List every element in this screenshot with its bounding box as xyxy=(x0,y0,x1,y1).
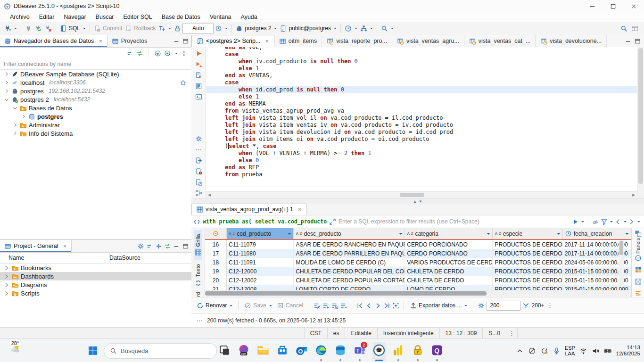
next-row-icon[interactable] xyxy=(374,302,381,309)
column-menu-icon[interactable] xyxy=(625,233,629,237)
code-line[interactable]: end as REP xyxy=(206,164,637,171)
expander-icon[interactable] xyxy=(12,131,18,136)
link-with-editor-icon[interactable] xyxy=(164,243,171,250)
close-file-icon[interactable] xyxy=(195,179,202,186)
code-line[interactable]: left join vista_item_ventas iv on va.cod… xyxy=(206,122,637,129)
filter-connections-icon[interactable] xyxy=(164,50,171,57)
grid-row[interactable]: 16 C11-11079ASAR DE CERDO RANCHERO EN PA… xyxy=(205,240,631,249)
column-menu-icon[interactable] xyxy=(399,233,403,237)
editor-vertical-scrollbar[interactable] xyxy=(637,47,644,198)
taskbar-keepass[interactable] xyxy=(411,342,424,362)
column-menu-icon[interactable] xyxy=(487,233,490,237)
sql-console-icon[interactable] xyxy=(195,93,202,100)
commit-button[interactable]: Commit xyxy=(92,24,124,33)
collapse-down-icon[interactable]: ▼ xyxy=(419,199,422,204)
editor-tab-vista-ventas-cat[interactable]: vista_ventas_cat_... xyxy=(464,35,536,47)
disconnect-all-button[interactable] xyxy=(43,24,53,33)
fetch-settings-icon[interactable] xyxy=(478,302,485,309)
dropdown-caret[interactable] xyxy=(334,28,337,31)
show-connected-icon[interactable] xyxy=(154,50,161,57)
code-line[interactable]: end as MERMA xyxy=(206,100,637,107)
grid-cell[interactable]: C12-12000 xyxy=(227,267,294,276)
scrollbar-thumb[interactable] xyxy=(619,241,623,255)
column-header-fecha-creacion[interactable]: fecha_creacion xyxy=(563,228,631,239)
start-button[interactable] xyxy=(87,345,99,357)
taskbar-file-explorer[interactable] xyxy=(256,342,270,362)
tree-item-postgres-2[interactable]: postgres 2 localhost:5432 xyxy=(0,95,191,104)
edit-cell-icon[interactable] xyxy=(314,302,321,309)
expander-icon[interactable] xyxy=(12,105,18,111)
close-icon[interactable]: ✕ xyxy=(298,207,302,212)
expander-icon[interactable] xyxy=(3,273,10,280)
project-item-diagrams[interactable]: Diagrams xyxy=(0,280,191,289)
code-line[interactable]: when iv.cod_producto is null then 0 xyxy=(206,58,637,65)
code-line[interactable]: when id.cod_prod is null then 0 xyxy=(206,86,637,93)
dropdown-caret[interactable] xyxy=(14,28,17,31)
apply-filter-icon[interactable] xyxy=(572,218,579,225)
network-button[interactable] xyxy=(359,24,374,33)
dashboard-button[interactable] xyxy=(343,24,359,33)
value-viewer-icon[interactable] xyxy=(635,255,642,262)
grid-cell[interactable]: LOMITO CORTO DE CERDO xyxy=(294,285,405,290)
grid-cell[interactable]: VARIOS PRODUCTOS DE CERDO xyxy=(405,258,493,267)
view-menu-icon[interactable] xyxy=(181,50,188,57)
volume-icon[interactable] xyxy=(592,347,600,355)
tab-grilla[interactable]: Grilla xyxy=(194,230,202,260)
column-header-cod-producto[interactable]: A-Zcod_producto xyxy=(227,228,294,239)
execute-new-tab-icon[interactable] xyxy=(195,61,202,68)
editor-tab-vista-reporte-pro[interactable]: vista_reporte_pro... xyxy=(322,35,392,47)
taskbar-edge[interactable] xyxy=(314,342,328,362)
transaction-lock-button[interactable] xyxy=(173,24,182,33)
row-number[interactable]: 21 xyxy=(205,285,227,290)
scrollbar-thumb[interactable] xyxy=(205,291,487,296)
row-number[interactable]: 17 xyxy=(205,249,227,258)
menu-editor-sql[interactable]: Editor SQL xyxy=(119,13,157,21)
tree-item-postgres[interactable]: postgres xyxy=(0,112,191,121)
tree-item-bases-de-datos[interactable]: Bases de Datos xyxy=(0,104,191,112)
taskbar-task-view[interactable] xyxy=(218,342,231,362)
grid-horizontal-scrollbar[interactable] xyxy=(205,290,631,297)
taskbar-microsoft-store[interactable] xyxy=(276,342,289,362)
filter-settings-icon[interactable] xyxy=(601,218,608,225)
scrollbar-thumb[interactable] xyxy=(638,48,643,184)
dropdown-caret[interactable] xyxy=(370,28,373,31)
maximize-panel-icon[interactable] xyxy=(182,243,189,250)
export-button[interactable]: Exportar datos ... xyxy=(408,301,469,310)
row-number[interactable]: 18 xyxy=(205,258,227,267)
previous-row-icon[interactable] xyxy=(365,302,372,309)
taskbar-power-bi[interactable] xyxy=(392,342,405,362)
dropdown-caret[interactable] xyxy=(83,28,86,31)
grid-cell[interactable]: PRODUCTOS DE CERDO xyxy=(493,249,562,258)
taskbar-q-app[interactable]: Q xyxy=(430,342,444,362)
row-number[interactable]: 20 xyxy=(205,276,227,285)
new-connection-button[interactable] xyxy=(3,24,18,33)
quick-search-icon[interactable] xyxy=(620,25,627,32)
code-line[interactable]: case xyxy=(206,79,637,86)
grid-row[interactable]: 17 C11-11080ASAR DE CERDO PARRILLERO EN … xyxy=(205,249,631,258)
grid-cell[interactable]: CHULETA DE CERDO POPULAR CORTADA xyxy=(294,276,405,285)
menu-archivo[interactable]: Archivo xyxy=(6,13,34,21)
duplicate-row-icon[interactable] xyxy=(331,302,339,309)
close-button[interactable] xyxy=(623,0,644,12)
code-line[interactable]: from prueba xyxy=(206,171,637,178)
grid-cell[interactable]: PRODUCTOS DE CERDO xyxy=(493,276,562,285)
grid-cell[interactable]: CERDO PORCIONADO xyxy=(405,249,493,258)
aggregate-panel-icon[interactable] xyxy=(635,266,642,273)
tree-item-dbeaver-sample-database-sqlite[interactable]: DBeaver Sample Database (SQLite) xyxy=(0,70,191,78)
column-header-categoria[interactable]: A-Zcategoria xyxy=(405,228,493,239)
filter-query-text[interactable]: with prueba as( select va.cod_producto xyxy=(203,218,327,225)
tree-item-postgres[interactable]: postgres 192.168.102.221:5432 xyxy=(0,87,191,95)
menu-ayuda[interactable]: Ayuda xyxy=(237,13,262,21)
dropdown-caret[interactable] xyxy=(610,221,613,224)
search-button[interactable] xyxy=(380,24,395,33)
grid-cell[interactable]: ASAR DE CERDO PARRILLERO EN PAQUETE xyxy=(294,249,405,258)
code-line[interactable]: end as VENTAS, xyxy=(206,72,637,79)
grid-cell[interactable]: PRODUCTOS DE CERDO xyxy=(493,285,562,290)
dropdown-caret[interactable] xyxy=(269,305,272,308)
tree-item-administrar[interactable]: Administrar xyxy=(0,121,191,129)
grid-cell[interactable]: C11-11091 xyxy=(227,258,294,267)
grid-cell[interactable]: C12-12008 xyxy=(227,285,294,290)
delete-row-icon[interactable] xyxy=(340,302,347,309)
cancel-button[interactable]: Cancel xyxy=(275,301,305,310)
filter-placeholder[interactable]: Enter a SQL expression to filter results… xyxy=(339,218,570,225)
